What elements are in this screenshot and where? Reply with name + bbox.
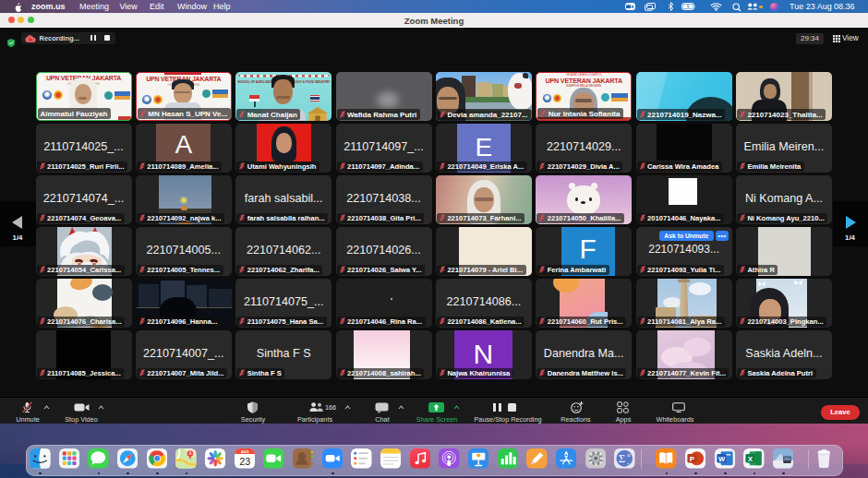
- svg-text:Σ: Σ: [619, 452, 625, 465]
- svg-text:α: α: [627, 451, 631, 458]
- svg-text:W: W: [718, 455, 726, 463]
- svg-text:+: +: [627, 460, 630, 466]
- svg-text:23: 23: [239, 456, 250, 467]
- svg-text:X: X: [748, 455, 753, 463]
- svg-text:AUG: AUG: [241, 449, 249, 454]
- svg-text:P: P: [690, 455, 695, 463]
